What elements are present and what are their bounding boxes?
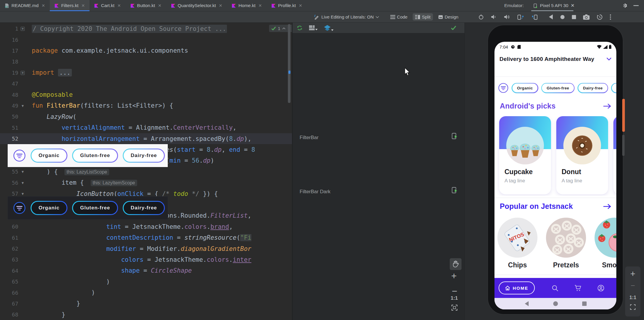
tab-split[interactable]: Split xyxy=(413,13,433,21)
close-icon[interactable]: ✕ xyxy=(219,3,223,8)
tab-design[interactable]: Design xyxy=(436,13,461,21)
file-tab-filters-kt[interactable]: Filters.kt✕ xyxy=(50,0,89,11)
file-tab-profile-kt[interactable]: Profile.kt✕ xyxy=(267,0,307,11)
device-screen[interactable]: 7:04 Delivery to 1600 Amphitheater Way xyxy=(494,42,616,309)
close-icon[interactable]: ✕ xyxy=(158,3,162,8)
zoom-1to1-button[interactable]: 1:1 xyxy=(629,295,636,300)
run-preview-on-device-icon[interactable] xyxy=(452,187,457,194)
android-recents-icon[interactable] xyxy=(582,301,587,306)
code-line-48[interactable]: 48@Composable xyxy=(0,89,292,100)
zoom-fit-button[interactable] xyxy=(630,304,636,310)
file-tab-button-kt[interactable]: Button.kt✕ xyxy=(126,0,166,11)
filter-chip-organic[interactable]: Organic xyxy=(31,201,67,215)
zoom-in-button[interactable]: + xyxy=(630,269,635,279)
code-line-68[interactable]: 68 } xyxy=(0,309,292,320)
rotate-right-icon[interactable] xyxy=(531,14,537,20)
layers-icon[interactable] xyxy=(324,25,331,31)
arrow-right-icon[interactable] xyxy=(603,204,611,209)
zoom-1to1-button[interactable]: 1:1 xyxy=(451,295,458,301)
code-line-17[interactable]: 17package com.example.jetsnack.ui.compon… xyxy=(0,45,292,56)
zoom-fit-button[interactable] xyxy=(451,304,458,311)
android-back-icon[interactable] xyxy=(525,301,529,306)
home-circle-icon[interactable] xyxy=(560,15,565,19)
volume-up-icon[interactable] xyxy=(504,14,510,19)
file-tab-cart-kt[interactable]: Cart.kt✕ xyxy=(89,0,125,11)
close-icon[interactable]: ✕ xyxy=(258,3,262,8)
code-line-50[interactable]: 50 LazyRow( xyxy=(0,111,292,122)
code-editor[interactable]: 1+/ Copyright 2020 The Android Open Sour… xyxy=(0,23,292,320)
more-kebab-icon[interactable] xyxy=(610,14,611,20)
power-icon[interactable] xyxy=(478,14,484,20)
code-line-66[interactable]: 66 ) xyxy=(0,287,292,298)
minimize-icon[interactable] xyxy=(633,5,639,6)
fold-marker-icon[interactable]: ▼ xyxy=(18,169,27,174)
emulator-device-tab[interactable]: Pixel 5 API 30 ✕ xyxy=(530,0,577,11)
code-line-62[interactable]: 62 modifier = Modifier.diagonalGradientB… xyxy=(0,243,292,254)
account-icon[interactable] xyxy=(597,285,604,291)
code-line-63[interactable]: 63 colors = JetsnackTheme.colors.inter xyxy=(0,254,292,265)
filter-chip-dairy-free[interactable]: Dairy-free xyxy=(577,83,608,93)
snack-card-partial[interactable] xyxy=(613,116,616,194)
filter-icon[interactable] xyxy=(13,201,26,214)
code-line-67[interactable]: 67 } xyxy=(0,298,292,309)
android-home-icon[interactable] xyxy=(553,301,558,306)
close-icon[interactable]: ✕ xyxy=(571,3,575,8)
close-icon[interactable]: ✕ xyxy=(117,3,121,8)
zoom-in-button[interactable]: + xyxy=(451,271,457,281)
snack-cards-row[interactable]: CupcakeA tag lineDonutA tag line xyxy=(494,116,616,196)
close-icon[interactable]: ✕ xyxy=(42,3,45,8)
filter-chip-organic[interactable]: Organic xyxy=(31,149,67,163)
close-icon[interactable]: ✕ xyxy=(81,3,85,8)
fold-marker-icon[interactable]: + xyxy=(18,71,27,75)
code-line-16[interactable]: 16 xyxy=(0,34,292,45)
filterbar-preview-dark[interactable]: OrganicGluten-freeDairy-free xyxy=(8,196,168,219)
back-icon[interactable] xyxy=(549,14,553,19)
snapshot-history-icon[interactable] xyxy=(597,14,603,20)
code-line-61[interactable]: 61 contentDescription = stringResource("… xyxy=(0,232,292,243)
delivery-address-selector[interactable]: Delivery to 1600 Amphitheater Way xyxy=(494,56,616,62)
prev-issue-icon[interactable] xyxy=(282,27,286,29)
overview-square-icon[interactable] xyxy=(572,15,576,19)
pan-tool-button[interactable] xyxy=(450,258,462,270)
file-tab-home-kt[interactable]: Home.kt✕ xyxy=(227,0,266,11)
rotate-left-icon[interactable] xyxy=(517,14,524,20)
volume-down-icon[interactable] xyxy=(491,14,497,19)
fold-marker-icon[interactable]: ▼ xyxy=(18,191,27,196)
editor-scrollbar[interactable] xyxy=(288,24,291,103)
filter-chip-dairy-free[interactable]: Dairy-free xyxy=(123,201,165,215)
snack-card-donut[interactable]: DonutA tag line xyxy=(556,116,608,194)
code-line-19[interactable]: 19+import ... xyxy=(0,67,292,78)
popular-item-chips[interactable]: NITOSChips xyxy=(497,218,537,269)
cart-icon[interactable] xyxy=(574,285,582,291)
code-line-49[interactable]: 49▼fun FilterBar(filters: List<Filter>) … xyxy=(0,100,292,111)
code-line-1[interactable]: 1+/ Copyright 2020 The Android Open Sour… xyxy=(0,23,292,34)
file-tab-quantityselector-kt[interactable]: QuantitySelector.kt✕ xyxy=(166,0,227,11)
code-line-18[interactable]: 18 xyxy=(0,56,292,67)
popular-item-pretzels[interactable]: Pretzels xyxy=(546,218,586,269)
filter-chip-gluten-free[interactable]: Gluten-free xyxy=(72,201,118,215)
filter-icon[interactable] xyxy=(13,149,26,162)
fold-marker-icon[interactable]: ▼ xyxy=(18,181,27,185)
nav-home-button[interactable]: HOME xyxy=(499,281,535,294)
fold-marker-icon[interactable]: + xyxy=(18,26,27,31)
app-filter-bar[interactable]: OrganicGluten-freeDairy-free xyxy=(494,79,616,96)
live-edit-control[interactable]: Live Editing of Literals: ON xyxy=(314,14,379,20)
tab-code[interactable]: Code xyxy=(388,13,410,21)
filter-chip-gluten-free[interactable]: Gluten-free xyxy=(541,83,575,93)
popular-item-smooth[interactable]: Smooth xyxy=(595,218,616,269)
file-tab-readme-md[interactable]: MDREADME.md✕ xyxy=(0,0,50,11)
refresh-icon[interactable] xyxy=(297,25,303,31)
zoom-out-button[interactable]: − xyxy=(630,281,635,290)
code-line-65[interactable]: 65 ) xyxy=(0,276,292,287)
code-line-47[interactable]: 47 xyxy=(0,78,292,89)
code-line-51[interactable]: 51 verticalAlignment = Alignment.CenterV… xyxy=(0,122,292,133)
filter-chip-organic[interactable]: Organic xyxy=(512,83,538,93)
close-icon[interactable]: ✕ xyxy=(299,3,302,8)
search-icon[interactable] xyxy=(552,285,558,291)
filter-icon[interactable] xyxy=(498,83,509,93)
arrow-right-icon[interactable] xyxy=(603,104,611,109)
snack-card-cupcake[interactable]: CupcakeA tag line xyxy=(499,116,551,194)
code-line-64[interactable]: 64 shape = CircleShape xyxy=(0,265,292,276)
code-line-52[interactable]: 52 horizontalArrangement = Arrangement.s… xyxy=(0,133,292,144)
layout-options-icon[interactable] xyxy=(309,25,315,30)
